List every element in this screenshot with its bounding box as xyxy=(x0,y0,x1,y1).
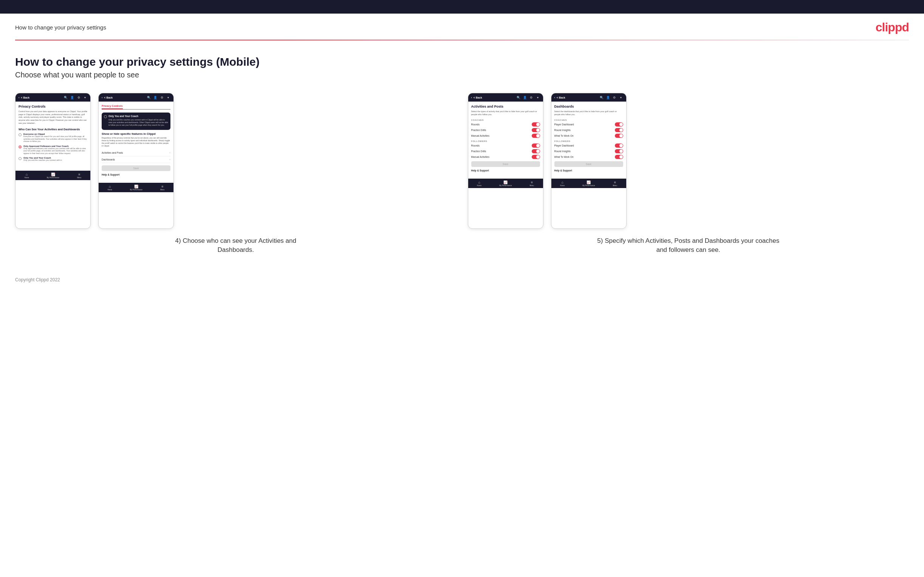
phone1-radio-3[interactable] xyxy=(18,157,21,160)
phone1-topbar: ‹ < Back 🔍 👤 ⚙ ▾ xyxy=(16,93,90,102)
phone1-nav-menu[interactable]: ≡ Menu xyxy=(77,172,81,179)
copyright: Copyright Clippd 2022 xyxy=(15,277,60,282)
phone1-nav-menu-label: Menu xyxy=(77,177,81,179)
phone4-back[interactable]: ‹ < Back xyxy=(554,96,565,99)
phone3-followers-manual-toggle[interactable] xyxy=(532,155,540,159)
phone3-followers-manual: Manual Activities xyxy=(471,155,540,159)
search-icon-2[interactable]: 🔍 xyxy=(147,95,151,100)
phone1-nav-home[interactable]: ⌂ Home xyxy=(24,172,29,179)
phone3-followers-drills-toggle[interactable] xyxy=(532,149,540,153)
phone1-nav-performance[interactable]: 📈 My Performance xyxy=(47,172,59,179)
performance-icon-2: 📈 xyxy=(134,185,138,189)
phone4-desc: Select the dashboards that you'd like to… xyxy=(554,110,623,116)
chevron-down-icon-2[interactable]: ▾ xyxy=(166,95,170,100)
menu-icon-3: ≡ xyxy=(531,181,533,184)
phone2-topbar-icons: 🔍 👤 ⚙ ▾ xyxy=(147,95,170,100)
phone4-coaches-round-insights-toggle[interactable] xyxy=(615,128,623,132)
phone4-followers-player-dash-toggle[interactable] xyxy=(615,143,623,148)
settings-icon[interactable]: ⚙ xyxy=(76,95,81,100)
phone3-desc: Select the types of activity that you'd … xyxy=(471,110,540,116)
settings-icon-4[interactable]: ⚙ xyxy=(612,95,617,100)
phone3-coaches-rounds: Rounds xyxy=(471,122,540,126)
phone1-option-2-desc: Only approved followers and coaches you … xyxy=(23,147,87,155)
phone4-nav-home[interactable]: ⌂ Home xyxy=(560,181,565,187)
chevron-down-icon-4[interactable]: ▾ xyxy=(619,95,623,100)
phone1-topbar-icons: 🔍 👤 ⚙ ▾ xyxy=(63,95,87,100)
phone2-list-dashboards[interactable]: Dashboards › xyxy=(102,156,170,163)
phone2-save-btn[interactable]: Save xyxy=(102,165,170,171)
person-icon-3[interactable]: 👤 xyxy=(523,95,527,100)
phone4-coaches-player-dash-toggle[interactable] xyxy=(615,122,623,126)
phone1-option-3[interactable]: Only You and Your Coach Only you and the… xyxy=(18,157,87,162)
phone2-back[interactable]: ‹ < Back xyxy=(102,96,113,99)
phone2-show-hide-title: Show or hide specific features in Clippd xyxy=(102,132,170,135)
phone2-tab[interactable]: Privacy Controls xyxy=(102,105,123,109)
phone3-coaches-drills-label: Practice Drills xyxy=(471,129,486,131)
search-icon[interactable]: 🔍 xyxy=(63,95,68,100)
phone2-dashboards-label: Dashboards xyxy=(102,158,115,161)
phone4-followers-player-dash-label: Player Dashboard xyxy=(554,144,574,147)
menu-icon-4: ≡ xyxy=(614,181,616,184)
phone3-nav-home[interactable]: ⌂ Home xyxy=(477,181,481,187)
phone1-option-1[interactable]: Everyone on Clippd Everyone on Clippd ca… xyxy=(18,133,87,143)
phone3-save-btn[interactable]: Save xyxy=(471,161,540,167)
phone4-followers-what-to-work-toggle[interactable] xyxy=(615,155,623,159)
header: How to change your privacy settings clip… xyxy=(0,14,924,40)
phone3-nav-performance[interactable]: 📈 My Performance xyxy=(499,181,512,187)
right-screenshot-group: ‹ < Back 🔍 👤 ⚙ ▾ Activities and Posts Se… xyxy=(468,93,909,255)
phone4-followers-round-insights-label: Round Insights xyxy=(554,150,571,153)
phone2-nav-home[interactable]: ⌂ Home xyxy=(108,185,112,191)
phone1-privacy-desc: Control how you and your data appears to… xyxy=(18,110,87,125)
phone3-followers-rounds-label: Rounds xyxy=(471,144,480,147)
phone1-back-chevron: ‹ xyxy=(18,96,19,99)
phone1-radio-1[interactable] xyxy=(18,133,21,136)
phone3-followers-header: FOLLOWERS xyxy=(471,140,540,142)
phone3-coaches-manual-toggle[interactable] xyxy=(532,134,540,138)
phone4-followers-round-insights: Round Insights xyxy=(554,149,623,153)
logo: clippd xyxy=(876,20,909,34)
phone3-coaches-drills-toggle[interactable] xyxy=(532,128,540,132)
phone1-option-2[interactable]: Only Approved Followers and Your Coach O… xyxy=(18,145,87,155)
phone2-activities-label: Activities and Posts xyxy=(102,152,123,154)
phone2-dashboards-chevron: › xyxy=(169,158,170,161)
menu-icon: ≡ xyxy=(78,172,80,176)
settings-icon-2[interactable]: ⚙ xyxy=(160,95,164,100)
phone3-followers-rounds-toggle[interactable] xyxy=(532,143,540,148)
phone4-nav-menu[interactable]: ≡ Menu xyxy=(613,181,617,187)
phone3-nav-menu[interactable]: ≡ Menu xyxy=(530,181,534,187)
person-icon[interactable]: 👤 xyxy=(70,95,74,100)
person-icon-4[interactable]: 👤 xyxy=(606,95,610,100)
phone4-coaches-what-to-work: What To Work On xyxy=(554,134,623,138)
phone4-followers-header: FOLLOWERS xyxy=(554,140,623,142)
performance-icon: 📈 xyxy=(51,172,55,176)
phone4-coaches-what-to-work-toggle[interactable] xyxy=(615,134,623,138)
person-icon-2[interactable]: 👤 xyxy=(153,95,158,100)
phone1-option-3-desc: Only you and the coaches you connect wit… xyxy=(23,159,62,162)
search-icon-4[interactable]: 🔍 xyxy=(599,95,604,100)
phone1-privacy-title: Privacy Controls xyxy=(18,105,87,108)
phone4-coaches-round-insights: Round Insights xyxy=(554,128,623,132)
phone1-option-3-text: Only You and Your Coach Only you and the… xyxy=(23,157,62,162)
phone1-back[interactable]: ‹ < Back xyxy=(18,96,29,99)
phone4-save-btn[interactable]: Save xyxy=(554,161,623,167)
chevron-down-icon[interactable]: ▾ xyxy=(83,95,87,100)
phone3-coaches-header: COACHES xyxy=(471,119,540,121)
phone3-nav-home-label: Home xyxy=(477,185,481,187)
phone3-back[interactable]: ‹ < Back xyxy=(471,96,482,99)
settings-icon-3[interactable]: ⚙ xyxy=(529,95,534,100)
phone4-nav-performance[interactable]: 📈 My Performance xyxy=(582,181,595,187)
phone3-coaches-rounds-toggle[interactable] xyxy=(532,122,540,126)
menu-icon-2: ≡ xyxy=(162,185,163,189)
phone3-coaches-drills: Practice Drills xyxy=(471,128,540,132)
phone2-nav-menu[interactable]: ≡ Menu xyxy=(160,185,165,191)
search-icon-3[interactable]: 🔍 xyxy=(516,95,521,100)
phone1-body: Privacy Controls Control how you and you… xyxy=(16,102,90,167)
phone2-show-hide-text: Regardless of the privacy controls that … xyxy=(102,137,170,147)
phone1-radio-2[interactable] xyxy=(18,145,21,148)
chevron-down-icon-3[interactable]: ▾ xyxy=(536,95,540,100)
phone2-list-activities[interactable]: Activities and Posts › xyxy=(102,150,170,156)
footer: Copyright Clippd 2022 xyxy=(0,270,924,290)
phone4-followers-round-insights-toggle[interactable] xyxy=(615,149,623,153)
phone2-nav-performance[interactable]: 📈 My Performance xyxy=(130,185,142,191)
phone2-popup-radio: Only You and Your Coach Only you and the… xyxy=(104,115,168,126)
